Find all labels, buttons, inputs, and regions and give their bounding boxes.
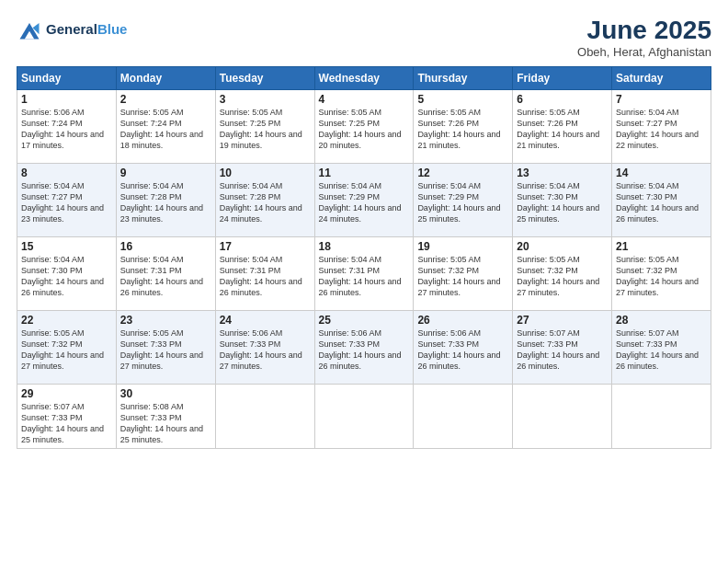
day-number: 27 (517, 314, 608, 327)
day-number: 19 (417, 240, 508, 253)
day-info: Sunrise: 5:05 AMSunset: 7:26 PMDaylight:… (517, 107, 608, 152)
calendar-day-cell: 26Sunrise: 5:06 AMSunset: 7:33 PMDayligh… (414, 310, 513, 384)
calendar-day-cell: 28Sunrise: 5:07 AMSunset: 7:33 PMDayligh… (612, 310, 711, 384)
calendar-day-cell: 6Sunrise: 5:05 AMSunset: 7:26 PMDaylight… (513, 89, 612, 163)
day-number: 9 (120, 167, 211, 179)
logo-text: GeneralBlue (46, 22, 127, 38)
day-number: 8 (21, 167, 112, 179)
day-number: 7 (616, 93, 707, 106)
calendar-day-cell: 16Sunrise: 5:04 AMSunset: 7:31 PMDayligh… (116, 236, 215, 310)
calendar-day-cell (414, 384, 513, 449)
day-info: Sunrise: 5:05 AMSunset: 7:25 PMDaylight:… (319, 107, 410, 152)
calendar-day-cell: 11Sunrise: 5:04 AMSunset: 7:29 PMDayligh… (314, 163, 414, 236)
day-number: 24 (220, 314, 311, 327)
day-info: Sunrise: 5:05 AMSunset: 7:33 PMDaylight:… (120, 327, 211, 373)
calendar-day-cell (513, 384, 612, 449)
day-info: Sunrise: 5:06 AMSunset: 7:24 PMDaylight:… (21, 107, 112, 152)
calendar-day-cell: 15Sunrise: 5:04 AMSunset: 7:30 PMDayligh… (17, 236, 117, 310)
calendar-week-row: 22Sunrise: 5:05 AMSunset: 7:32 PMDayligh… (17, 310, 711, 384)
calendar-weekday-header: Tuesday (215, 66, 314, 89)
day-number: 12 (417, 167, 508, 179)
day-number: 4 (319, 93, 410, 106)
main-title: June 2025 (577, 17, 711, 45)
day-info: Sunrise: 5:04 AMSunset: 7:31 PMDaylight:… (220, 254, 311, 299)
calendar-day-cell: 29Sunrise: 5:07 AMSunset: 7:33 PMDayligh… (17, 384, 117, 449)
calendar-day-cell (215, 384, 314, 449)
day-info: Sunrise: 5:05 AMSunset: 7:25 PMDaylight:… (220, 107, 311, 152)
day-info: Sunrise: 5:04 AMSunset: 7:27 PMDaylight:… (21, 180, 112, 225)
calendar-day-cell (314, 384, 414, 449)
day-info: Sunrise: 5:05 AMSunset: 7:32 PMDaylight:… (616, 254, 707, 299)
header: GeneralBlue June 2025 Obeh, Herat, Afgha… (17, 17, 711, 59)
title-block: June 2025 Obeh, Herat, Afghanistan (577, 17, 711, 59)
calendar-day-cell: 17Sunrise: 5:04 AMSunset: 7:31 PMDayligh… (215, 236, 314, 310)
day-number: 15 (21, 240, 112, 253)
day-info: Sunrise: 5:04 AMSunset: 7:28 PMDaylight:… (220, 180, 311, 225)
day-number: 2 (120, 93, 211, 106)
calendar-day-cell: 19Sunrise: 5:05 AMSunset: 7:32 PMDayligh… (414, 236, 513, 310)
page: GeneralBlue June 2025 Obeh, Herat, Afgha… (0, 0, 728, 563)
calendar-weekday-header: Wednesday (314, 66, 414, 89)
calendar-weekday-header: Monday (116, 66, 215, 89)
calendar-week-row: 29Sunrise: 5:07 AMSunset: 7:33 PMDayligh… (17, 384, 711, 449)
calendar-weekday-header: Friday (513, 66, 612, 89)
calendar-day-cell: 1Sunrise: 5:06 AMSunset: 7:24 PMDaylight… (17, 89, 117, 163)
calendar-day-cell: 8Sunrise: 5:04 AMSunset: 7:27 PMDaylight… (17, 163, 117, 236)
day-info: Sunrise: 5:05 AMSunset: 7:24 PMDaylight:… (120, 107, 211, 152)
logo-icon (17, 17, 42, 42)
day-info: Sunrise: 5:04 AMSunset: 7:29 PMDaylight:… (319, 180, 410, 225)
calendar-day-cell: 10Sunrise: 5:04 AMSunset: 7:28 PMDayligh… (215, 163, 314, 236)
day-info: Sunrise: 5:04 AMSunset: 7:29 PMDaylight:… (417, 180, 508, 225)
day-number: 6 (517, 93, 608, 106)
day-info: Sunrise: 5:04 AMSunset: 7:30 PMDaylight:… (616, 180, 707, 225)
calendar-day-cell: 2Sunrise: 5:05 AMSunset: 7:24 PMDaylight… (116, 89, 215, 163)
calendar-day-cell: 27Sunrise: 5:07 AMSunset: 7:33 PMDayligh… (513, 310, 612, 384)
day-info: Sunrise: 5:06 AMSunset: 7:33 PMDaylight:… (319, 327, 410, 373)
calendar-day-cell: 5Sunrise: 5:05 AMSunset: 7:26 PMDaylight… (414, 89, 513, 163)
day-number: 3 (220, 93, 311, 106)
day-number: 20 (517, 240, 608, 253)
calendar-week-row: 1Sunrise: 5:06 AMSunset: 7:24 PMDaylight… (17, 89, 711, 163)
day-number: 25 (319, 314, 410, 327)
day-info: Sunrise: 5:07 AMSunset: 7:33 PMDaylight:… (517, 327, 608, 373)
day-number: 17 (220, 240, 311, 253)
calendar-day-cell: 18Sunrise: 5:04 AMSunset: 7:31 PMDayligh… (314, 236, 414, 310)
day-info: Sunrise: 5:04 AMSunset: 7:27 PMDaylight:… (616, 107, 707, 152)
calendar-day-cell: 22Sunrise: 5:05 AMSunset: 7:32 PMDayligh… (17, 310, 117, 384)
day-info: Sunrise: 5:05 AMSunset: 7:32 PMDaylight:… (517, 254, 608, 299)
day-info: Sunrise: 5:06 AMSunset: 7:33 PMDaylight:… (417, 327, 508, 373)
day-number: 26 (417, 314, 508, 327)
day-info: Sunrise: 5:07 AMSunset: 7:33 PMDaylight:… (616, 327, 707, 373)
day-info: Sunrise: 5:05 AMSunset: 7:32 PMDaylight:… (21, 327, 112, 373)
day-info: Sunrise: 5:04 AMSunset: 7:30 PMDaylight:… (517, 180, 608, 225)
day-number: 1 (21, 93, 112, 106)
subtitle: Obeh, Herat, Afghanistan (577, 45, 711, 59)
calendar-day-cell: 12Sunrise: 5:04 AMSunset: 7:29 PMDayligh… (414, 163, 513, 236)
day-number: 30 (120, 387, 211, 400)
calendar-week-row: 15Sunrise: 5:04 AMSunset: 7:30 PMDayligh… (17, 236, 711, 310)
calendar-day-cell: 30Sunrise: 5:08 AMSunset: 7:33 PMDayligh… (116, 384, 215, 449)
calendar-weekday-header: Sunday (17, 66, 117, 89)
day-number: 13 (517, 167, 608, 179)
calendar-body: 1Sunrise: 5:06 AMSunset: 7:24 PMDaylight… (17, 89, 711, 449)
calendar-day-cell: 23Sunrise: 5:05 AMSunset: 7:33 PMDayligh… (116, 310, 215, 384)
calendar-day-cell: 24Sunrise: 5:06 AMSunset: 7:33 PMDayligh… (215, 310, 314, 384)
day-number: 10 (220, 167, 311, 179)
calendar-day-cell: 20Sunrise: 5:05 AMSunset: 7:32 PMDayligh… (513, 236, 612, 310)
logo: GeneralBlue (17, 17, 127, 42)
day-number: 11 (319, 167, 410, 179)
day-number: 28 (616, 314, 707, 327)
calendar-day-cell: 7Sunrise: 5:04 AMSunset: 7:27 PMDaylight… (612, 89, 711, 163)
day-info: Sunrise: 5:04 AMSunset: 7:30 PMDaylight:… (21, 254, 112, 299)
calendar-day-cell: 3Sunrise: 5:05 AMSunset: 7:25 PMDaylight… (215, 89, 314, 163)
day-number: 29 (21, 387, 112, 400)
day-number: 18 (319, 240, 410, 253)
day-number: 16 (120, 240, 211, 253)
calendar-week-row: 8Sunrise: 5:04 AMSunset: 7:27 PMDaylight… (17, 163, 711, 236)
calendar-day-cell: 21Sunrise: 5:05 AMSunset: 7:32 PMDayligh… (612, 236, 711, 310)
calendar-weekday-header: Saturday (612, 66, 711, 89)
calendar-header-row: SundayMondayTuesdayWednesdayThursdayFrid… (17, 66, 711, 89)
day-number: 22 (21, 314, 112, 327)
calendar-day-cell: 13Sunrise: 5:04 AMSunset: 7:30 PMDayligh… (513, 163, 612, 236)
day-info: Sunrise: 5:04 AMSunset: 7:28 PMDaylight:… (120, 180, 211, 225)
